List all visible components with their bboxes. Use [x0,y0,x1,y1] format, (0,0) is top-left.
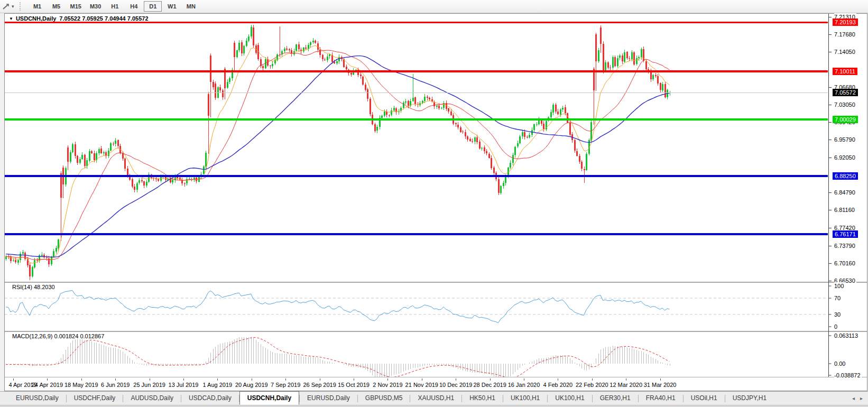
chart-symbol: USDCNH,Daily [16,15,56,22]
date-label: 21 Nov 2019 [405,382,438,388]
chart-tab-USOil-H1[interactable]: USOil,H1 [684,392,725,404]
date-tick [660,378,661,381]
tf-button-M1[interactable]: M1 [29,1,47,12]
tab-scroll-right-icon[interactable]: ▸ [860,395,863,401]
date-tick [47,378,48,381]
macd-tick-label: 0.00 [834,360,846,367]
price-badge: 6.88250 [833,172,858,180]
tab-scroll-arrows: ◂ ▸ [852,395,863,401]
top-toolbar: ▾ M1M5M15M30H1H4D1W1MN [0,0,868,13]
rsi-tick-label: 100 [834,282,845,290]
macd-tick-label: 0.063113 [834,332,859,339]
chart-tab-bar: EURUSD,DailyUSDCHF,DailyAUDUSD,DailyUSDC… [0,391,868,405]
chart-window: ▼USDCNH,Daily7.05522 7.05925 7.04944 7.0… [4,13,867,391]
chart-tab-USDCAD-Daily[interactable]: USDCAD,Daily [181,392,239,404]
date-label: 18 May 2019 [64,382,98,388]
chart-tab-FRA40-H1[interactable]: FRA40,H1 [639,392,683,404]
chart-mode-icon[interactable] [1,2,12,11]
chart-tab-EURUSD-Daily[interactable]: EURUSD,Daily [8,392,66,404]
chart-tab-GBPUSD-M5[interactable]: GBPUSD,M5 [358,392,410,404]
chart-tab-USDJPY-H1[interactable]: USDJPY,H1 [725,392,774,404]
price-tick-label: 7.17680 [834,31,856,38]
date-label: 2 Nov 2019 [373,382,402,388]
rsi-tick-label: 30 [834,311,842,318]
date-tick [285,378,286,381]
date-axis[interactable]: 4 Apr 201924 Apr 201918 May 20196 Jun 20… [5,378,829,391]
date-tick [115,378,116,381]
price-tick-label: 7.03050 [834,101,856,108]
date-label: 4 Feb 2020 [543,382,573,388]
date-tick [387,378,388,381]
tf-button-MN[interactable]: MN [182,1,200,12]
price-tick-label: 6.70160 [834,260,856,267]
date-tick [354,378,354,381]
price-chart-canvas[interactable] [5,14,867,377]
chart-tab-UK100-H1[interactable]: UK100,H1 [548,392,592,404]
date-tick [456,378,456,381]
price-badge: 7.05572 [833,89,858,96]
macd-tick-label: -0.038872 [834,372,862,379]
tf-button-M30[interactable]: M30 [86,1,105,12]
price-tick-label: 6.92050 [834,154,856,161]
chart-tab-EURUSD-Daily[interactable]: EURUSD,Daily [300,392,357,404]
chart-title: ▼USDCNH,Daily7.05522 7.05925 7.04944 7.0… [9,15,152,22]
date-tick [13,378,14,381]
date-label: 6 Jun 2019 [101,382,130,388]
tf-button-D1[interactable]: D1 [144,1,162,12]
price-axis[interactable]: 7.213107.176807.140507.066807.030506.994… [830,14,867,377]
date-tick [217,378,218,381]
toolbar-grip [20,2,23,11]
date-tick [183,378,184,381]
chart-ohlc: 7.05522 7.05925 7.04944 7.05572 [59,15,148,22]
date-label: 25 Jun 2019 [133,382,165,388]
price-tick-label: 6.95790 [834,136,856,143]
chart-tab-UK100-H1[interactable]: UK100,H1 [503,392,547,404]
chart-tab-USDCHF-Daily[interactable]: USDCHF,Daily [67,392,123,404]
date-tick [558,378,558,381]
date-label: 26 Sep 2019 [303,382,336,388]
window-bottom-strip [0,405,868,407]
date-label: 15 Oct 2019 [338,382,370,388]
macd-label: MACD(12,26,9) 0.001824 0.012867 [12,333,104,339]
tab-scroll-left-icon[interactable]: ◂ [852,395,855,401]
chart-tab-XAUUSD-H1[interactable]: XAUUSD,H1 [410,392,461,404]
chart-tab-list: EURUSD,DailyUSDCHF,DailyAUDUSD,DailyUSDC… [8,392,774,405]
rsi-label: RSI(14) 48.2030 [12,284,55,290]
date-tick [524,378,524,381]
tf-button-W1[interactable]: W1 [163,1,181,12]
rsi-tick-label: 70 [834,294,842,302]
tf-button-H4[interactable]: H4 [125,1,143,12]
price-tick-label: 6.81160 [834,206,856,214]
rsi-tick-label: 0 [834,323,838,330]
chart-tab-AUDUSD-Daily[interactable]: AUDUSD,Daily [123,392,181,404]
chart-tab-HK50-H1[interactable]: HK50,H1 [462,392,503,404]
timeframe-button-group: M1M5M15M30H1H4D1W1MN [28,1,201,12]
window-caret-icon: ▼ [9,16,13,21]
date-label: 24 Apr 2019 [32,382,63,388]
date-label: 28 Dec 2019 [473,382,506,388]
dropdown-caret-icon[interactable]: ▾ [12,4,16,9]
price-badge: 7.00029 [833,116,858,123]
date-tick [150,378,150,381]
date-label: 16 Jan 2020 [508,382,540,388]
date-tick [626,378,626,381]
date-tick [81,378,82,381]
price-tick-label: 7.14050 [834,48,856,56]
price-tick-label: 6.84790 [834,189,856,196]
tf-button-H1[interactable]: H1 [106,1,124,12]
date-tick [422,378,422,381]
chart-tab-USDCNH-Daily[interactable]: USDCNH,Daily [239,391,299,405]
chart-tab-GER30-H1[interactable]: GER30,H1 [593,392,638,404]
date-label: 31 Mar 2020 [644,382,677,388]
tf-button-M5[interactable]: M5 [48,1,66,12]
date-tick [592,378,593,381]
date-label: 1 Aug 2019 [203,382,233,388]
date-label: 7 Sep 2019 [271,382,300,388]
tf-button-M15[interactable]: M15 [67,1,85,12]
date-label: 12 Mar 2020 [610,382,642,388]
price-badge: 7.10011 [833,68,857,75]
price-badge: 6.76171 [833,230,858,238]
date-label: 22 Feb 2020 [576,382,608,388]
date-label: 13 Jul 2019 [169,382,199,388]
price-tick-label: 6.73790 [834,242,856,249]
